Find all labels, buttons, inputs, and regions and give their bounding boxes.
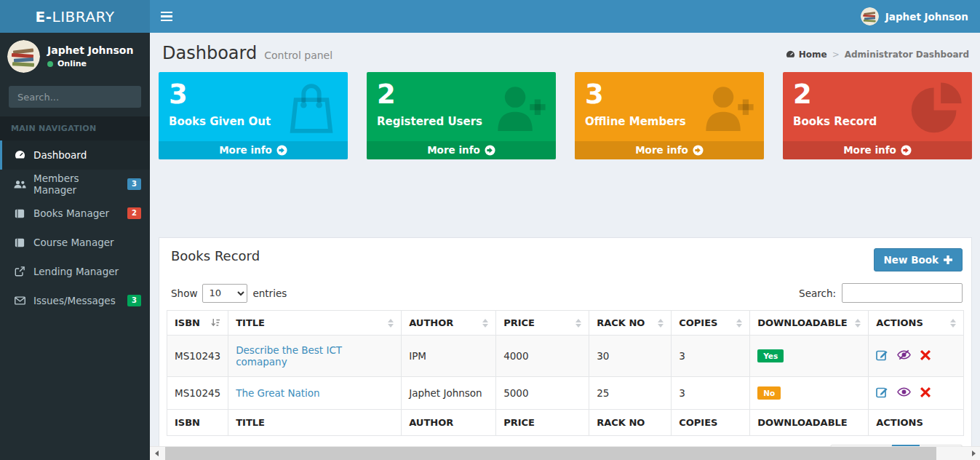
horizontal-scrollbar (150, 446, 980, 460)
column-header-copies[interactable]: COPIES (672, 311, 750, 336)
top-navbar: Japhet Johnson (150, 0, 980, 33)
avatar (861, 7, 879, 25)
edit-book-button[interactable] (876, 386, 888, 400)
sidebar-item-lending-manager[interactable]: Lending Manager (0, 257, 150, 286)
online-status[interactable]: Online (47, 59, 133, 68)
footer-header-copies: COPIES (672, 410, 750, 436)
view-book-button[interactable] (897, 386, 911, 400)
menu-icon[interactable] (150, 0, 183, 33)
scroll-right-button[interactable] (967, 447, 980, 460)
online-dot-icon (47, 61, 53, 67)
column-header-rack-no[interactable]: RACK NO (589, 311, 672, 336)
footer-header-actions: ACTIONS (869, 410, 964, 436)
sort-icon (575, 319, 581, 328)
chevron-left-icon (155, 451, 159, 456)
envelope-icon (13, 296, 26, 305)
books-table: ISBN TITLE AUTHOR PRICE RACK NO COPIES D… (167, 310, 964, 436)
sort-icon (658, 319, 664, 328)
sort-icon (482, 319, 488, 328)
more-info-link[interactable]: More info (575, 141, 764, 159)
x-icon (920, 387, 931, 397)
home-dashboard-icon (786, 50, 795, 59)
content-area: Dashboard Control panel Home > Administr… (150, 33, 980, 460)
pie-chart-icon (908, 81, 963, 136)
edit-book-button[interactable] (876, 349, 888, 363)
cell-author: Japhet Johnson (402, 377, 496, 410)
new-book-button[interactable]: New Book (874, 248, 963, 271)
book-icon (13, 238, 26, 247)
more-info-link[interactable]: More info (783, 141, 972, 159)
footer-header-title: TITLE (228, 410, 402, 436)
page-length-control: Show 10 entries (171, 284, 287, 303)
column-header-isbn[interactable]: ISBN (167, 311, 228, 336)
cell-copies: 3 (672, 377, 750, 410)
downloadable-badge: Yes (757, 349, 784, 362)
arrow-circle-right-icon (693, 145, 704, 156)
sidebar-item-issues-messages[interactable]: Issues/Messages 3 (0, 286, 150, 315)
arrow-circle-right-icon (276, 145, 287, 156)
table-search-control: Search: (799, 283, 963, 303)
column-header-actions[interactable]: ACTIONS (869, 311, 964, 336)
delete-book-button[interactable] (920, 387, 931, 400)
info-box-row: 3 Books Given Out More info 2 Registered… (150, 66, 980, 159)
arrow-circle-right-icon (901, 145, 912, 156)
sidebar-item-members-manager[interactable]: Members Manager 3 (0, 170, 150, 199)
sidebar-user-name: Japhet Johnson (47, 44, 133, 56)
breadcrumb-current: Administrator Dashboard (845, 49, 969, 60)
table-row: MS10245 The Great Nation Japhet Johnson … (167, 377, 964, 410)
sort-icon (855, 319, 861, 328)
book-title-link[interactable]: Describe the Best ICT comapany (236, 344, 342, 368)
user-plus-icon (492, 81, 547, 136)
avatar (7, 40, 40, 73)
edit-icon (876, 349, 888, 361)
sidebar-item-course-manager[interactable]: Course Manager (0, 228, 150, 257)
page-length-select[interactable]: 10 (202, 284, 247, 303)
info-box-offline-members: 3 Offline Members More info (575, 72, 764, 159)
cell-price: 5000 (496, 377, 589, 410)
scroll-left-button[interactable] (150, 447, 163, 460)
books-record-panel: Books Record New Book Show 10 entries Se… (159, 237, 972, 460)
cell-price: 4000 (496, 336, 589, 377)
book-title-link[interactable]: The Great Nation (236, 387, 320, 399)
brand-bold: E- (36, 8, 52, 25)
hide-book-button[interactable] (897, 349, 911, 362)
search-input[interactable] (9, 86, 141, 108)
info-box-registered-users: 2 Registered Users More info (367, 72, 556, 159)
scrollbar-track[interactable] (936, 447, 967, 460)
column-header-author[interactable]: AUTHOR (402, 311, 496, 336)
table-row: MS10243 Describe the Best ICT comapany I… (167, 336, 964, 377)
breadcrumb-home-link[interactable]: Home (786, 49, 827, 60)
footer-header-author: AUTHOR (402, 410, 496, 436)
column-header-downloadable[interactable]: DOWNLOADABLE (750, 311, 869, 336)
sidebar-search-form (9, 86, 141, 108)
cell-isbn: MS10243 (167, 336, 228, 377)
table-search-input[interactable] (842, 283, 963, 303)
sidebar-item-dashboard[interactable]: Dashboard (0, 140, 150, 170)
cell-author: IPM (402, 336, 496, 377)
share-square-icon (13, 266, 26, 277)
column-header-price[interactable]: PRICE (496, 311, 589, 336)
x-icon (920, 350, 931, 360)
sidebar-item-books-manager[interactable]: Books Manager 2 (0, 199, 150, 228)
page-subtitle: Control panel (264, 49, 332, 61)
badge: 3 (127, 295, 141, 306)
arrow-circle-right-icon (485, 145, 495, 156)
more-info-link[interactable]: More info (159, 141, 348, 159)
scrollbar-thumb[interactable] (165, 447, 936, 460)
user-menu[interactable]: Japhet Johnson (849, 0, 980, 33)
eye-icon (897, 386, 911, 397)
breadcrumb: Home > Administrator Dashboard (786, 49, 969, 60)
brand-logo[interactable]: E-LIBRARY (0, 0, 150, 33)
footer-header-isbn: ISBN (167, 410, 228, 436)
info-box-books-record: 2 Books Record More info (783, 72, 972, 159)
sort-amount-icon (211, 318, 220, 328)
main-header: E-LIBRARY Japhet Johnson (0, 0, 980, 33)
footer-header-downloadable: DOWNLOADABLE (750, 410, 869, 436)
more-info-link[interactable]: More info (367, 141, 556, 159)
delete-book-button[interactable] (920, 350, 931, 362)
footer-header-rack-no: RACK NO (589, 410, 672, 436)
column-header-title[interactable]: TITLE (228, 311, 402, 336)
downloadable-badge: No (757, 386, 781, 400)
user-plus-icon (700, 81, 755, 136)
panel-title: Books Record (171, 248, 260, 263)
